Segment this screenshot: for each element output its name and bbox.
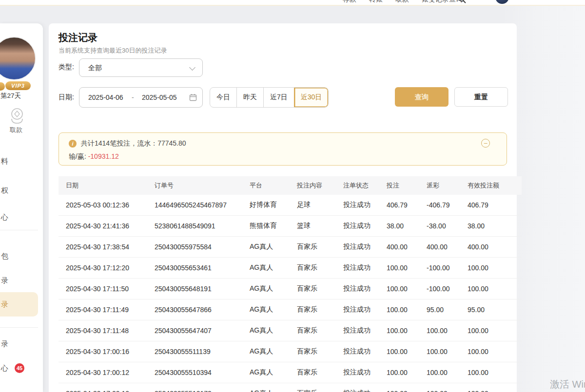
sidebar-item-label: 料 xyxy=(1,157,8,165)
winloss-value: -10931.12 xyxy=(88,152,119,160)
table-row: 2025-04-30 17:00:12250430055510394AG真人百家… xyxy=(58,362,522,383)
date-filter-label: 日期: xyxy=(58,93,74,102)
date-end-value[interactable]: 2025-05-05 xyxy=(142,88,177,107)
cell-order: 250430055653461 xyxy=(154,258,249,279)
cell-date: 2025-04-30 21:41:36 xyxy=(58,216,154,237)
cell-order: 250430055511139 xyxy=(154,341,249,362)
sidebar-item-9[interactable]: 心45 xyxy=(0,361,43,375)
cell-content: 百家乐 xyxy=(296,341,343,362)
cell-platform: AG真人 xyxy=(249,383,296,392)
cell-valid: 100.00 xyxy=(467,279,522,299)
cell-status: 投注成功 xyxy=(343,383,386,392)
sidebar-item-0[interactable]: 料 xyxy=(0,154,43,168)
calendar-icon[interactable] xyxy=(189,93,197,103)
cell-content: 百家乐 xyxy=(296,320,343,341)
table-row: 2025-04-30 17:12:20250430055653461AG真人百家… xyxy=(58,258,522,279)
cell-payout: 100.00 xyxy=(426,362,467,383)
nav-item-2[interactable]: 取款 xyxy=(395,0,409,4)
nav-item-0[interactable]: 存款 xyxy=(343,0,356,4)
cell-platform: AG真人 xyxy=(249,362,296,383)
cell-bet: 100.00 xyxy=(386,341,426,362)
cell-content: 百家乐 xyxy=(296,258,343,279)
cell-platform: AG真人 xyxy=(249,320,296,341)
table-row: 2025-04-30 17:11:50250430055648191AG真人百家… xyxy=(58,279,522,299)
column-header-5: 投注 xyxy=(386,176,426,195)
column-header-0: 日期 xyxy=(58,176,154,195)
cell-bet: 100.00 xyxy=(386,279,426,299)
search-icon[interactable] xyxy=(459,0,466,5)
sidebar-item-6[interactable]: 录 xyxy=(0,292,38,317)
sidebar-item-2[interactable]: 心 xyxy=(0,210,43,224)
cell-content: 足球 xyxy=(296,195,343,216)
cell-date: 2025-04-30 17:00:10 xyxy=(58,383,154,392)
top-nav-items: 存款转账取款账变记录查询 xyxy=(343,0,463,4)
type-select[interactable]: 全部 xyxy=(79,58,203,77)
cell-date: 2025-04-30 17:11:49 xyxy=(58,299,154,320)
table-row: 2025-05-03 00:12:361446496505245467897好博… xyxy=(58,195,522,216)
cell-date: 2025-04-30 17:00:16 xyxy=(58,341,154,362)
type-filter-label: 类型: xyxy=(58,63,74,72)
column-header-1: 订单号 xyxy=(154,176,249,195)
nav-item-1[interactable]: 转账 xyxy=(369,0,383,4)
cell-valid: 95.00 xyxy=(467,299,522,320)
cell-valid: 100.00 xyxy=(467,362,522,383)
sidebar-item-8[interactable]: 录 xyxy=(0,337,43,351)
page-subtitle: 当前系统支持查询最近30日的投注记录 xyxy=(58,46,167,55)
sidebar-item-label: 包 xyxy=(1,252,8,260)
top-navbar: 存款转账取款账变记录查询 xyxy=(0,0,585,6)
cell-valid: 100.00 xyxy=(467,320,522,341)
cell-valid: 100.00 xyxy=(467,341,522,362)
cell-status: 投注成功 xyxy=(343,216,386,237)
cell-content: 篮球 xyxy=(296,216,343,237)
cell-status: 投注成功 xyxy=(343,299,386,320)
cell-order: 250430055975584 xyxy=(154,237,249,258)
cell-content: 百家乐 xyxy=(296,362,343,383)
table-row: 2025-04-30 21:41:365238061488549091熊猫体育篮… xyxy=(58,216,522,237)
cell-content: 百家乐 xyxy=(296,383,343,392)
summary-banner: i 共计1414笔投注，流水：77745.80 输/赢: -10931.12 − xyxy=(58,132,507,166)
cell-bet: 100.00 xyxy=(386,362,426,383)
table-row: 2025-04-30 17:00:16250430055511139AG真人百家… xyxy=(58,341,522,362)
date-range-input[interactable]: 2025-04-06 - 2025-05-05 xyxy=(79,87,203,108)
cell-order: 250430055647407 xyxy=(154,320,249,341)
reset-button[interactable]: 重置 xyxy=(454,87,508,107)
collapse-icon[interactable]: − xyxy=(481,139,490,148)
date-start-value[interactable]: 2025-04-06 xyxy=(88,88,123,107)
page-title: 投注记录 xyxy=(58,31,98,44)
sidebar-item-4[interactable]: 包 xyxy=(0,249,43,263)
cell-valid: 100.00 xyxy=(467,383,522,392)
cell-payout: -38.00 xyxy=(426,216,467,237)
windows-activation-watermark: 激活 Wind xyxy=(550,378,585,391)
cell-status: 投注成功 xyxy=(343,258,386,279)
cell-valid: 400.00 xyxy=(467,237,522,258)
quick-filter-2[interactable]: 近7日 xyxy=(263,88,294,107)
cell-payout: 95.00 xyxy=(426,299,467,320)
cell-bet: 100.00 xyxy=(386,383,426,392)
sidebar-item-1[interactable]: 权 xyxy=(0,184,43,197)
cell-bet: 406.79 xyxy=(386,195,426,216)
column-header-4: 注单状态 xyxy=(343,176,386,195)
quick-filter-1[interactable]: 昨天 xyxy=(236,88,263,107)
sidebar-menu: 料权心包录录录心45 xyxy=(0,23,43,392)
cell-valid: 100.00 xyxy=(467,258,522,279)
cell-platform: AG真人 xyxy=(249,258,296,279)
cell-payout: 100.00 xyxy=(426,320,467,341)
nav-item-3[interactable]: 账变记录查询 xyxy=(422,0,463,4)
sidebar-divider xyxy=(0,230,38,230)
date-separator: - xyxy=(132,88,134,107)
sidebar-item-5[interactable]: 录 xyxy=(0,274,43,287)
user-avatar[interactable] xyxy=(495,0,509,4)
cell-date: 2025-04-30 17:00:12 xyxy=(58,362,154,383)
summary-total-text: 共计1414笔投注，流水：77745.80 xyxy=(81,139,186,148)
search-button[interactable]: 查询 xyxy=(395,87,448,107)
sidebar-item-label: 录 xyxy=(1,276,8,284)
quick-filter-3[interactable]: 近30日 xyxy=(294,88,329,107)
cell-order: 5238061488549091 xyxy=(154,216,249,237)
cell-content: 百家乐 xyxy=(296,237,343,258)
quick-filter-0[interactable]: 今日 xyxy=(210,88,236,107)
cell-status: 投注成功 xyxy=(343,195,386,216)
summary-line1: i 共计1414笔投注，流水：77745.80 xyxy=(69,139,186,148)
cell-status: 投注成功 xyxy=(343,279,386,299)
cell-valid: 406.79 xyxy=(467,195,522,216)
cell-order: 1446496505245467897 xyxy=(154,195,249,216)
